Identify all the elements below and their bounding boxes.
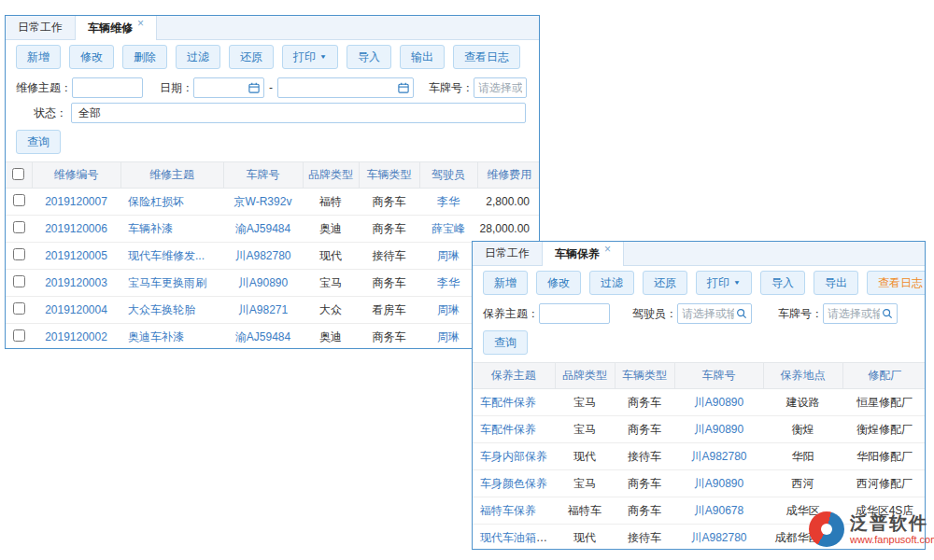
export-button[interactable]: 导出 [814,271,858,295]
output-button[interactable]: 输出 [400,45,445,69]
maintenance-subject-link[interactable]: 现代车油箱维修 [480,531,555,544]
repair-subject-link[interactable]: 奥迪车补漆 [128,330,184,343]
repair-id-link[interactable]: 2019120003 [45,276,107,289]
driver-input[interactable] [682,305,734,322]
vehicle-type-cell: 接待车 [359,243,419,270]
plate-link[interactable]: 京W-R392v [234,195,292,208]
col-header-repair-id: 维修编号 [32,162,120,189]
tab-vehicle-maintenance[interactable]: 车辆保养 × [542,242,624,266]
driver-link[interactable]: 李华 [437,195,460,208]
plate-link[interactable]: 渝AJ59484 [235,222,290,235]
import-button[interactable]: 导入 [347,45,391,69]
plate-link[interactable]: 川A90678 [694,504,743,517]
view-log-button[interactable]: 查看日志 [867,271,926,295]
search-icon[interactable] [882,308,893,319]
plate-input[interactable] [474,77,527,98]
table-row[interactable]: 2019120003 宝马车更换雨刷 川A90890 宝马 商务车 李华 [6,270,540,297]
table-row[interactable]: 车配件保养 宝马 商务车 川A90890 建设路 恒星修配厂 [473,389,926,416]
table-row[interactable]: 2019120006 车辆补漆 渝AJ59484 奥迪 商务车 薛宝峰 28,0… [6,216,540,243]
repair-id-link[interactable]: 2019120005 [45,249,107,262]
repair-filter-row-1: 维修主题： 日期： - 车牌号： [6,77,539,99]
driver-link[interactable]: 薛宝峰 [432,222,465,235]
maintenance-subject-link[interactable]: 车配件保养 [480,423,536,436]
repair-subject-link[interactable]: 现代车维修发... [128,249,205,262]
brand-cell: 宝马 [555,416,615,443]
date-from-input[interactable] [198,79,247,96]
print-button[interactable]: 打印 ▼ [282,45,338,69]
print-button[interactable]: 打印 ▼ [696,271,752,295]
plate-link[interactable]: 川A98271 [238,303,288,316]
repair-subject-link[interactable]: 车辆补漆 [128,222,173,235]
row-checkbox[interactable] [13,221,25,233]
brand-cell: 福特车 [555,497,615,525]
repair-id-link[interactable]: 2019120007 [45,195,107,208]
close-tab-icon[interactable]: × [137,18,144,29]
status-value: 全部 [78,105,101,121]
add-button[interactable]: 新增 [16,45,61,69]
row-checkbox[interactable] [13,248,25,260]
row-checkbox[interactable] [13,275,25,287]
maintenance-subject-link[interactable]: 车配件保养 [480,396,536,409]
maintenance-subject-link[interactable]: 车身颜色保养 [480,477,547,490]
table-row[interactable]: 2019120002 奥迪车补漆 渝AJ59484 奥迪 商务车 周琳 [6,324,540,350]
calendar-icon[interactable] [398,82,409,93]
repair-subject-input[interactable] [72,77,143,98]
driver-link[interactable]: 周琳 [437,330,460,343]
table-row[interactable]: 2019120007 保险杠损坏 京W-R392v 福特 商务车 李华 2,80… [6,189,540,216]
status-select[interactable]: 全部 [71,103,526,123]
driver-link[interactable]: 周琳 [437,303,460,316]
maintenance-subject-link[interactable]: 车身内部保养 [480,450,547,463]
driver-link[interactable]: 李华 [437,276,460,289]
row-checkbox[interactable] [13,194,25,206]
repair-id-link[interactable]: 2019120004 [45,303,107,316]
delete-button[interactable]: 删除 [122,45,167,69]
plate-input[interactable] [828,305,880,322]
table-row[interactable]: 车配件保养 宝马 商务车 川A90890 衡煌 衡煌修配厂 [473,416,926,443]
query-button[interactable]: 查询 [483,330,528,355]
query-button[interactable]: 查询 [16,130,61,154]
repair-id-link[interactable]: 2019120002 [45,330,107,343]
restore-button[interactable]: 还原 [229,45,274,69]
maintenance-subject-input[interactable] [539,303,610,324]
search-icon[interactable] [736,308,747,319]
row-checkbox[interactable] [13,302,25,315]
import-button[interactable]: 导入 [760,271,805,295]
view-log-button[interactable]: 查看日志 [453,45,520,69]
repair-id-link[interactable]: 2019120006 [45,222,107,235]
close-tab-icon[interactable]: × [604,244,611,255]
calendar-icon[interactable] [248,82,260,93]
date-to-field [277,77,414,98]
repair-subject-link[interactable]: 保险杠损坏 [128,195,184,208]
plate-link[interactable]: 渝AJ59484 [235,330,290,343]
row-checkbox[interactable] [13,329,25,342]
filter-button[interactable]: 过滤 [589,271,634,295]
plate-link[interactable]: 川A982780 [690,450,746,463]
tab-daily-work[interactable]: 日常工作 [473,242,542,265]
tab-bar: 日常工作 车辆保养 × [473,242,925,266]
date-to-input[interactable] [282,79,396,96]
table-row[interactable]: 车身内部保养 现代 接待车 川A982780 华阳 华阳修配厂 [473,443,926,470]
edit-button[interactable]: 修改 [69,45,114,69]
select-all-checkbox[interactable] [12,168,24,180]
plate-link[interactable]: 川A90890 [238,276,288,289]
plate-link[interactable]: 川A982780 [690,531,746,544]
restore-button[interactable]: 还原 [643,271,687,295]
plate-link[interactable]: 川A90890 [694,423,743,436]
plate-link[interactable]: 川A90890 [694,477,743,490]
repair-subject-link[interactable]: 宝马车更换雨刷 [128,276,206,289]
col-header-brand: 品牌类型 [303,162,359,189]
table-row[interactable]: 2019120005 现代车维修发... 川A982780 现代 接待车 周琳 [6,243,540,270]
repair-subject-link[interactable]: 大众车换轮胎 [128,303,195,316]
maintenance-subject-link[interactable]: 福特车保养 [480,504,536,517]
location-cell: 西河 [763,470,842,497]
filter-button[interactable]: 过滤 [176,45,220,69]
table-row[interactable]: 2019120004 大众车换轮胎 川A98271 大众 看房车 周琳 [6,297,540,324]
plate-link[interactable]: 川A90890 [694,396,743,409]
plate-link[interactable]: 川A982780 [234,249,290,262]
tab-vehicle-repair[interactable]: 车辆维修 × [75,16,157,40]
add-button[interactable]: 新增 [483,271,528,295]
driver-link[interactable]: 周琳 [437,249,460,262]
tab-daily-work[interactable]: 日常工作 [6,16,75,39]
edit-button[interactable]: 修改 [536,271,581,295]
table-row[interactable]: 车身颜色保养 宝马 商务车 川A90890 西河 西河修配厂 [473,470,926,497]
